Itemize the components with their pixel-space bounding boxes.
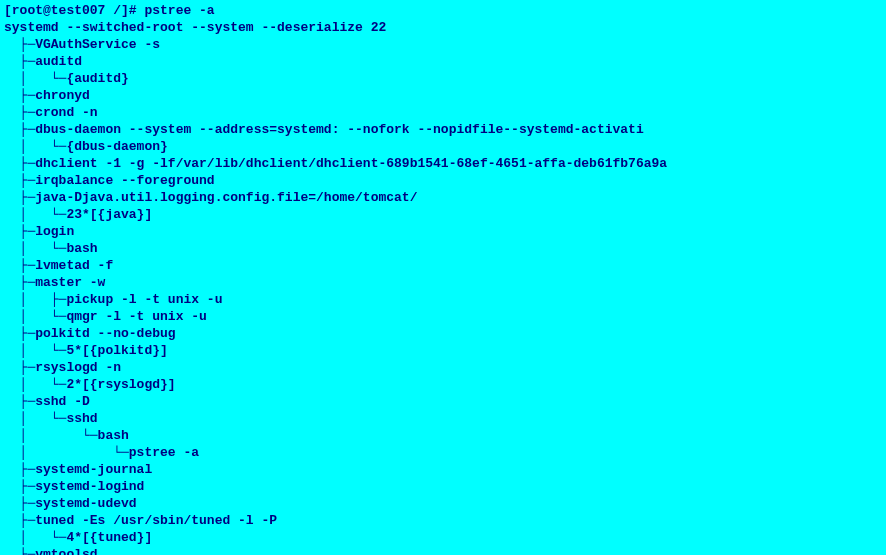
tree-line: ├─dbus-daemon --system --address=systemd… — [4, 122, 644, 137]
tree-line: │ └─bash — [4, 241, 98, 256]
tree-line: │ └─sshd — [4, 411, 98, 426]
tree-line: ├─dhclient -1 -g -lf/var/lib/dhclient/dh… — [4, 156, 667, 171]
tree-line: ├─VGAuthService -s — [4, 37, 160, 52]
tree-line: ├─sshd -D — [4, 394, 90, 409]
tree-line: │ └─qmgr -l -t unix -u — [4, 309, 207, 324]
tree-line: ├─systemd-logind — [4, 479, 144, 494]
tree-line: │ └─5*[{polkitd}] — [4, 343, 168, 358]
tree-line: │ └─{dbus-daemon} — [4, 139, 168, 154]
tree-line: ├─chronyd — [4, 88, 90, 103]
tree-line: │ └─2*[{rsyslogd}] — [4, 377, 176, 392]
tree-line: ├─irqbalance --foreground — [4, 173, 215, 188]
tree-line: ├─java-Djava.util.logging.config.file=/h… — [4, 190, 417, 205]
tree-line: │ └─23*[{java}] — [4, 207, 152, 222]
tree-line: ├─auditd — [4, 54, 82, 69]
tree-line: │ └─bash — [4, 428, 129, 443]
tree-line: ├─systemd-journal — [4, 462, 152, 477]
tree-line: systemd --switched-root --system --deser… — [4, 20, 386, 35]
tree-line: │ └─4*[{tuned}] — [4, 530, 152, 545]
terminal-output[interactable]: [root@test007 /]# pstree -a systemd --sw… — [0, 0, 886, 555]
tree-line: ├─polkitd --no-debug — [4, 326, 176, 341]
tree-line: │ └─{auditd} — [4, 71, 129, 86]
tree-line: ├─lvmetad -f — [4, 258, 113, 273]
tree-line: │ ├─pickup -l -t unix -u — [4, 292, 222, 307]
tree-line: │ └─pstree -a — [4, 445, 199, 460]
tree-line: ├─rsyslogd -n — [4, 360, 121, 375]
tree-line: ├─crond -n — [4, 105, 98, 120]
tree-line: ├─master -w — [4, 275, 105, 290]
tree-line: ├─systemd-udevd — [4, 496, 137, 511]
shell-prompt: [root@test007 /]# — [4, 3, 144, 18]
tree-line: ├─vmtoolsd — [4, 547, 98, 555]
tree-line: ├─tuned -Es /usr/sbin/tuned -l -P — [4, 513, 277, 528]
tree-line: ├─login — [4, 224, 74, 239]
typed-command: pstree -a — [144, 3, 214, 18]
